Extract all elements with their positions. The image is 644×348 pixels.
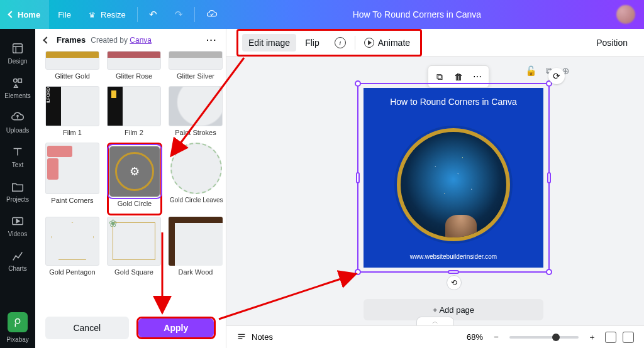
user-avatar[interactable]	[616, 5, 635, 24]
frame-gold-pentagon[interactable]: Gold Pentagon	[45, 217, 99, 281]
notes-icon	[236, 332, 247, 342]
cloud-check-icon	[206, 9, 218, 20]
panel-actions: Cancel Apply	[35, 317, 226, 348]
frame-film-2[interactable]: Film 2	[107, 86, 161, 141]
resize-menu[interactable]: Resize	[80, 0, 135, 29]
frame-gold-square[interactable]: Gold Square	[107, 217, 161, 281]
rail-uploads[interactable]: Uploads	[0, 106, 35, 139]
left-nav-rail: Design Elements Uploads Text Projects Vi…	[0, 29, 35, 348]
ctx-highlight-box: Edit image Flip i Animate	[236, 29, 422, 57]
panel-header: Frames Created by Canva ···	[35, 29, 226, 51]
resize-handle[interactable]	[355, 80, 361, 87]
svg-rect-0	[13, 44, 23, 53]
pages-drawer-handle[interactable]: ︿	[416, 317, 454, 325]
frame-glitter-gold[interactable]: Glitter Gold	[45, 51, 99, 85]
frame-glitter-rose[interactable]: Glitter Rose	[107, 51, 161, 85]
svg-point-1	[14, 79, 17, 82]
zoom-value[interactable]: 68%	[467, 332, 483, 342]
rotate-handle[interactable]: ⟳	[548, 68, 565, 84]
panel-meta: Created by Canva	[91, 36, 152, 45]
notes-button[interactable]: Notes	[236, 332, 273, 342]
flip-button[interactable]: Flip	[299, 34, 326, 52]
resize-handle[interactable]	[356, 172, 360, 183]
divider	[355, 36, 355, 50]
document-title[interactable]: How To Round Corners in Canva	[226, 9, 608, 19]
file-menu[interactable]: File	[49, 0, 80, 29]
separator	[137, 7, 138, 22]
zoom-slider[interactable]	[509, 336, 579, 339]
rail-design[interactable]: Design	[0, 36, 35, 70]
svg-point-4	[15, 319, 19, 324]
relayout-button[interactable]: ⟲	[447, 275, 462, 290]
sliders-icon: ⚙	[130, 165, 140, 178]
frame-gold-circle[interactable]: ⚙ Gold Circle	[107, 143, 162, 215]
rail-videos[interactable]: Videos	[0, 209, 35, 242]
selection-box[interactable]: ⟳	[357, 83, 550, 273]
status-bar: Notes 68% − ＋	[226, 325, 644, 348]
animate-icon	[364, 38, 374, 48]
rail-text[interactable]: Text	[0, 140, 35, 173]
position-button[interactable]: Position	[590, 34, 634, 52]
redo-button[interactable]: ↷	[166, 0, 192, 29]
frame-paint-corners[interactable]: Paint Corners	[45, 143, 99, 215]
rail-pixabay-label: Pixabay	[6, 336, 29, 343]
panel-back-button[interactable]	[43, 36, 50, 43]
resize-handle[interactable]	[355, 269, 361, 275]
zoom-in-button[interactable]: ＋	[585, 330, 599, 344]
frame-gold-circle-leaves[interactable]: Gold Circle Leaves	[170, 143, 223, 215]
author-link[interactable]: Canva	[130, 36, 152, 45]
zoom-thumb[interactable]	[552, 334, 560, 341]
info-button[interactable]: i	[328, 33, 352, 52]
lock-page-icon[interactable]: 🔓	[525, 65, 537, 77]
add-page-button[interactable]: + Add page	[364, 299, 543, 320]
frame-film-1[interactable]: Film 1	[45, 86, 99, 141]
resize-handle[interactable]	[546, 269, 552, 275]
crown-icon	[89, 10, 97, 19]
frames-grid: Glitter Gold Glitter Rose Glitter Silver…	[35, 51, 226, 317]
frame-glitter-silver[interactable]: Glitter Silver	[169, 51, 223, 85]
frames-panel: Frames Created by Canva ··· Glitter Gold…	[35, 29, 226, 348]
rail-pixabay[interactable]	[8, 312, 28, 332]
resize-handle[interactable]	[547, 172, 551, 183]
panel-more-button[interactable]: ···	[206, 35, 217, 45]
info-icon: i	[335, 37, 346, 48]
resize-handle[interactable]	[448, 270, 459, 274]
cancel-button[interactable]: Cancel	[45, 317, 129, 339]
panel-title: Frames	[57, 35, 86, 45]
frame-dark-wood[interactable]: Dark Wood	[169, 217, 223, 281]
edit-image-button[interactable]: Edit image	[242, 34, 296, 52]
svg-rect-2	[18, 79, 21, 82]
grid-view-icon[interactable]	[605, 332, 616, 343]
frame-paint-strokes[interactable]: Paint Strokes	[169, 86, 223, 141]
undo-button[interactable]: ↶	[140, 0, 166, 29]
sync-status-icon[interactable]	[197, 0, 226, 29]
home-label: Home	[18, 10, 40, 19]
top-menu-bar: Home File Resize ↶ ↷ How To Round Corner…	[0, 0, 644, 29]
apply-highlight: Apply	[136, 317, 216, 339]
rail-charts[interactable]: Charts	[0, 244, 35, 277]
fullscreen-icon[interactable]	[623, 332, 634, 343]
canvas-stage[interactable]: 🔓 ⧉ ⊕ ⧉ 🗑 ⋯ How to Round Corners in Canv…	[226, 57, 644, 325]
animate-button[interactable]: Animate	[358, 34, 416, 52]
rail-projects[interactable]: Projects	[0, 175, 35, 208]
apply-button[interactable]: Apply	[138, 318, 214, 337]
separator	[194, 7, 195, 22]
chevron-left-icon	[8, 11, 14, 18]
context-toolbar: Edit image Flip i Animate Position	[226, 29, 644, 57]
home-button[interactable]: Home	[0, 0, 49, 29]
rail-elements[interactable]: Elements	[0, 71, 35, 104]
zoom-out-button[interactable]: −	[489, 330, 503, 344]
